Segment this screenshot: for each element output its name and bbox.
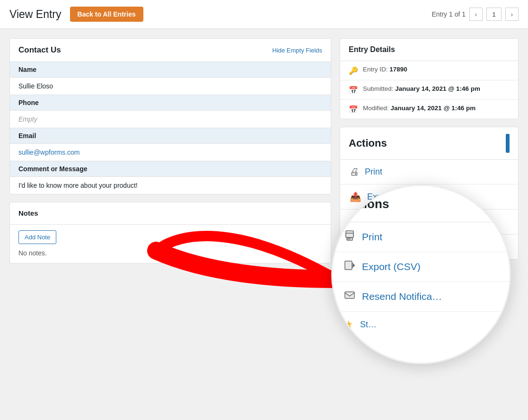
spotlight-mail-icon: [344, 289, 355, 304]
actions-title: Actions: [349, 137, 387, 149]
modified-text: Modified: January 14, 2021 @ 1:46 pm: [363, 105, 475, 112]
actions-card: Actions 🖨 Print 📤 Export (CSV) ✉ Resend …: [340, 127, 519, 260]
top-bar: View Entry Back to All Entries Entry 1 o…: [0, 0, 528, 29]
entry-details-title: Entry Details: [349, 45, 395, 53]
entry-id-text: Entry ID: 17890: [363, 66, 407, 73]
export-icon: 📤: [350, 191, 361, 202]
phone-label: Phone: [10, 95, 331, 111]
calendar-submit-icon: 📅: [349, 86, 358, 95]
print-icon: 🖨: [350, 166, 359, 177]
key-icon: 🔑: [349, 66, 358, 75]
email-value: sullie@wpforms.com: [10, 144, 331, 161]
entry-details-header: Entry Details: [340, 39, 518, 61]
print-label: Print: [365, 167, 382, 177]
modified-row: 📅 Modified: January 14, 2021 @ 1:46 pm: [340, 100, 518, 119]
entry-details-card: Entry Details 🔑 Entry ID: 17890 📅 Submit…: [340, 38, 519, 119]
notes-card: Notes Add Note No notes.: [9, 202, 331, 263]
actions-header: Actions: [340, 127, 518, 160]
spotlight-star-label: St…: [360, 320, 377, 330]
contact-us-card-header: Contact Us Hide Empty Fields: [10, 39, 331, 62]
notes-title: Notes: [18, 209, 38, 217]
next-entry-button[interactable]: ›: [505, 8, 519, 21]
add-note-button[interactable]: Add Note: [18, 230, 56, 244]
submitted-row: 📅 Submitted: January 14, 2021 @ 1:46 pm: [340, 80, 518, 100]
back-to-all-entries-button[interactable]: Back to All Entries: [70, 7, 143, 22]
contact-us-title: Contact Us: [18, 45, 61, 55]
spotlight-star-row: ★ St…: [333, 312, 510, 337]
name-value: Sullie Eloso: [10, 78, 331, 95]
actions-blue-bar: [506, 134, 510, 153]
name-label: Name: [10, 62, 331, 78]
entry-of-text: Entry 1 of 1: [431, 10, 466, 18]
entry-id-row: 🔑 Entry ID: 17890: [340, 61, 518, 80]
resend-action[interactable]: ✉ Resend Notifications: [340, 210, 518, 235]
entry-page-number: 1: [486, 8, 502, 21]
print-action[interactable]: 🖨 Print: [340, 160, 518, 184]
page-title: View Entry: [9, 8, 62, 21]
phone-value: Empty: [10, 111, 331, 128]
spotlight-star-icon: ★: [344, 318, 353, 331]
calendar-modify-icon: 📅: [349, 105, 358, 114]
export-action[interactable]: 📤 Export (CSV): [340, 184, 518, 210]
comment-label: Comment or Message: [10, 161, 331, 177]
star-icon: ⭐: [350, 241, 361, 253]
entry-navigation: Entry 1 of 1 ‹ 1 ›: [431, 8, 519, 21]
right-column: Entry Details 🔑 Entry ID: 17890 📅 Submit…: [340, 38, 519, 260]
spotlight-resend-row: Resend Notifica…: [333, 282, 510, 312]
spotlight-resend-label: Resend Notifica…: [362, 291, 442, 302]
submitted-text: Submitted: January 14, 2021 @ 1:46 pm: [363, 85, 480, 92]
export-label: Export (CSV): [367, 192, 417, 202]
left-column: Contact Us Hide Empty Fields Name Sullie…: [9, 38, 331, 263]
prev-entry-button[interactable]: ‹: [469, 8, 483, 21]
email-label: Email: [10, 128, 331, 144]
notes-header: Notes: [10, 202, 331, 225]
no-notes-text: No notes.: [18, 249, 47, 257]
comment-value: I'd like to know more about your product…: [10, 177, 331, 194]
notes-body: Add Note No notes.: [10, 225, 331, 263]
main-content: Contact Us Hide Empty Fields Name Sullie…: [0, 29, 528, 273]
star-label: Star: [367, 242, 383, 252]
svg-rect-6: [345, 292, 354, 298]
contact-us-card: Contact Us Hide Empty Fields Name Sullie…: [9, 38, 331, 194]
email-link[interactable]: sullie@wpforms.com: [18, 149, 79, 156]
mail-icon: ✉: [350, 216, 358, 228]
resend-label: Resend Notifications: [363, 217, 441, 227]
star-action[interactable]: ⭐ Star: [340, 235, 518, 259]
hide-empty-fields-link[interactable]: Hide Empty Fields: [273, 47, 322, 54]
